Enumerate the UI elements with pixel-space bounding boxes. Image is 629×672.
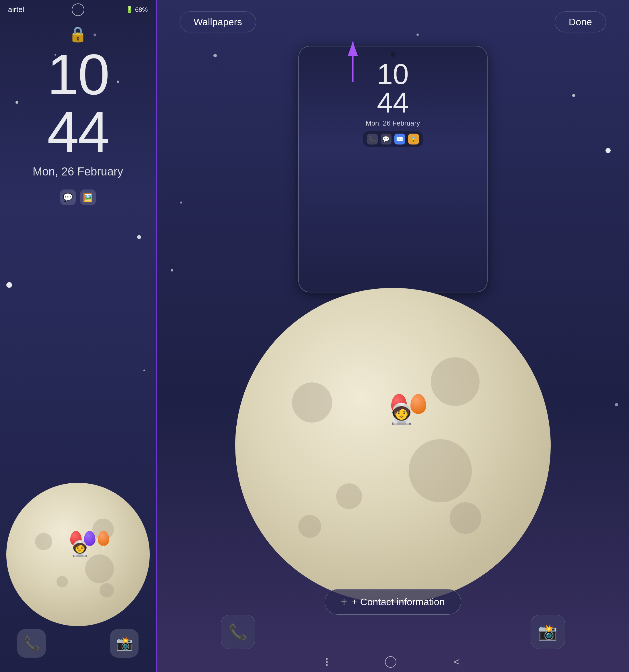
crater-3 xyxy=(56,576,68,587)
astronaut: 🧑‍🚀 xyxy=(71,540,89,557)
right-camera-icon[interactable]: 📸 xyxy=(531,615,565,649)
recent-apps-icon[interactable] xyxy=(326,658,328,666)
contact-info-button[interactable]: + + Contact information xyxy=(324,589,461,615)
notif-icon-1: 💬 xyxy=(60,190,76,205)
bottom-bar: 📞 📸 xyxy=(0,629,156,658)
lock-icon: 🔒 xyxy=(0,25,156,43)
right-crater-3 xyxy=(336,483,362,509)
right-crater-4 xyxy=(431,357,480,406)
notif-icon-2: 🖼️ xyxy=(80,190,96,205)
status-circle xyxy=(72,3,84,16)
right-phone-icon[interactable]: 📞 xyxy=(221,615,255,649)
balloon-orange xyxy=(97,531,109,546)
preview-time-min: 44 xyxy=(377,88,409,117)
right-crater-6 xyxy=(298,515,321,538)
home-button[interactable] xyxy=(385,656,396,668)
crater-2 xyxy=(85,554,114,583)
phone-preview-card: 10 44 Mon, 26 February 📞 💬 ✉️ 🔒 xyxy=(298,46,488,292)
right-panel: Wallpapers Done 10 44 Mon, 26 February 📞… xyxy=(157,0,629,672)
widget-phone-icon[interactable]: 📞 xyxy=(367,134,378,144)
right-astronaut: 🧑‍🚀 xyxy=(389,402,414,426)
moon-scene: 🧑‍🚀 xyxy=(3,477,153,626)
crater-5 xyxy=(99,583,114,597)
preview-widgets: 📞 💬 ✉️ 🔒 xyxy=(363,131,423,147)
widget-msg-icon[interactable]: 💬 xyxy=(380,134,392,144)
done-button[interactable]: Done xyxy=(555,11,606,32)
preview-notch xyxy=(391,52,395,57)
crater-1 xyxy=(35,533,52,550)
battery-text: 68% xyxy=(135,6,148,14)
right-crater-2 xyxy=(409,439,472,502)
widget-email-icon[interactable]: ✉️ xyxy=(394,134,405,144)
main-time-min: 44 xyxy=(0,103,156,161)
right-crater-5 xyxy=(450,502,481,534)
right-bottom-bar: 📞 📸 xyxy=(221,615,565,649)
camera-app-icon[interactable]: 📸 xyxy=(110,629,139,658)
contact-info-label: + Contact information xyxy=(352,596,445,607)
status-icons: 🔋 68% xyxy=(125,6,148,14)
nav-bar: < xyxy=(157,652,629,672)
back-button[interactable]: < xyxy=(454,656,460,668)
right-top-bar: Wallpapers Done xyxy=(157,0,629,38)
right-moon xyxy=(235,288,551,603)
wallpapers-button[interactable]: Wallpapers xyxy=(180,11,256,32)
notification-row: 💬 🖼️ xyxy=(0,190,156,205)
widget-lock-icon[interactable]: 🔒 xyxy=(408,134,419,144)
main-time-hour: 10 xyxy=(0,46,156,103)
right-moon-scene: 🧑‍🚀 xyxy=(221,345,565,603)
left-panel: airtel 🔋 68% 🔒 10 44 Mon, 26 February 💬 … xyxy=(0,0,157,672)
right-crater-1 xyxy=(292,382,332,423)
carrier-text: airtel xyxy=(8,5,24,14)
preview-time-hour: 10 xyxy=(377,59,409,88)
purple-arrow xyxy=(344,37,362,84)
status-bar: airtel 🔋 68% xyxy=(0,0,156,17)
phone-app-icon[interactable]: 📞 xyxy=(17,629,46,658)
preview-date: Mon, 26 February xyxy=(366,119,420,127)
main-date: Mon, 26 February xyxy=(0,165,156,178)
plus-icon: + xyxy=(341,596,347,608)
signal-icon: 🔋 xyxy=(125,6,133,14)
